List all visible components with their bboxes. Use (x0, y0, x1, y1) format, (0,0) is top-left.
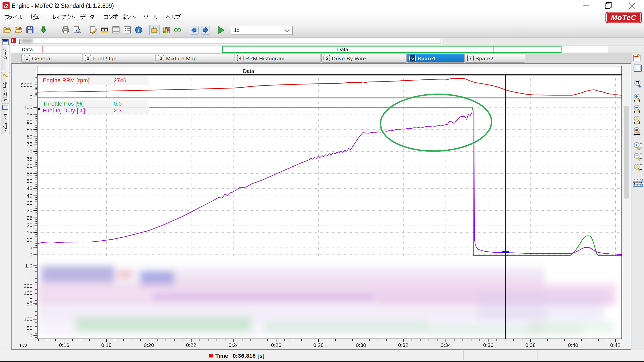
svg-text:90: 90 (27, 119, 32, 125)
svg-text:General: General (32, 56, 52, 61)
svg-text:Engine - MoTeC i2 Standard (1.: Engine - MoTeC i2 Standard (1.1.2.809) (12, 3, 114, 9)
svg-text:MoTeC: MoTeC (611, 13, 636, 22)
svg-text:Throttle Pos [%]: Throttle Pos [%] (43, 101, 84, 107)
svg-text:3: 3 (160, 56, 162, 61)
svg-text:50: 50 (27, 301, 32, 306)
svg-text:15: 15 (27, 230, 32, 235)
svg-text:100: 100 (24, 104, 32, 110)
svg-text:2: 2 (87, 56, 89, 61)
svg-text:100: 100 (24, 290, 32, 296)
svg-text:100: 100 (24, 316, 32, 322)
svg-text:0:30: 0:30 (356, 342, 366, 348)
svg-text:i: i (138, 27, 139, 33)
svg-text:80: 80 (27, 134, 32, 140)
svg-text:40: 40 (27, 193, 32, 199)
svg-text:55: 55 (27, 171, 32, 176)
svg-text:0: 0 (29, 252, 32, 257)
svg-text:Fuel / Ign: Fuel / Ign (93, 56, 117, 61)
svg-text:4: 4 (239, 56, 242, 61)
svg-text:0:36: 0:36 (483, 342, 494, 348)
svg-text:1: 1 (26, 56, 28, 61)
svg-text:30: 30 (27, 207, 32, 213)
svg-text:0:18: 0:18 (101, 342, 112, 348)
svg-text:[: [ (19, 38, 21, 44)
svg-text:Fuel Inj Duty [%]: Fuel Inj Duty [%] (43, 107, 85, 114)
svg-text:1x: 1x (234, 27, 239, 33)
svg-text:i2: i2 (4, 3, 8, 9)
svg-text:50: 50 (27, 178, 32, 184)
svg-text:2746: 2746 (114, 77, 127, 83)
svg-text:1.0: 1.0 (25, 263, 32, 268)
svg-text:200: 200 (24, 283, 32, 289)
svg-text:0:28: 0:28 (313, 342, 324, 348)
svg-text:Data: Data (22, 47, 33, 52)
svg-text:0:26: 0:26 (271, 342, 281, 348)
svg-text:0:36.818 [s]: 0:36.818 [s] (233, 353, 265, 359)
svg-text:0:32: 0:32 (398, 342, 409, 348)
svg-text:85: 85 (27, 126, 32, 132)
svg-text:45: 45 (27, 185, 32, 191)
svg-text:0:40: 0:40 (568, 342, 578, 348)
svg-text:25: 25 (27, 215, 32, 221)
svg-text:35: 35 (27, 200, 32, 206)
svg-text:Spare1: Spare1 (418, 56, 436, 61)
svg-text:Time: Time (215, 353, 228, 359)
svg-text:-0: -0 (28, 94, 32, 100)
svg-text:50: 50 (27, 325, 32, 331)
svg-text:20: 20 (27, 222, 32, 228)
svg-text:m:s: m:s (18, 342, 27, 348)
svg-text:95: 95 (27, 112, 32, 117)
svg-text:70: 70 (27, 149, 32, 154)
svg-text:7: 7 (469, 56, 472, 61)
svg-text:0:24: 0:24 (229, 342, 239, 348)
svg-text:5: 5 (326, 56, 328, 61)
svg-text:6: 6 (411, 56, 414, 61)
svg-text:65: 65 (27, 156, 32, 162)
svg-text:5: 5 (29, 244, 32, 250)
svg-text:Mixture Map: Mixture Map (166, 56, 197, 61)
svg-text:60: 60 (27, 163, 32, 169)
svg-text:-0: -0 (28, 333, 32, 338)
svg-text:2.3: 2.3 (114, 107, 122, 114)
svg-text:Data: Data (243, 68, 254, 74)
svg-text:Drive By Wire: Drive By Wire (332, 56, 366, 61)
svg-text:75: 75 (27, 141, 32, 147)
svg-text:Engine RPM [rpm]: Engine RPM [rpm] (43, 77, 90, 83)
svg-text:0:22: 0:22 (186, 342, 196, 348)
svg-text:0:20: 0:20 (144, 342, 154, 348)
svg-text:0.0: 0.0 (114, 101, 122, 107)
svg-text:0:16: 0:16 (59, 342, 69, 348)
svg-text:5000: 5000 (21, 82, 32, 88)
svg-text:Spare2: Spare2 (475, 56, 493, 61)
svg-text:0:42: 0:42 (610, 342, 621, 348)
svg-text:0:34: 0:34 (441, 342, 451, 348)
svg-text:0:38: 0:38 (526, 342, 536, 348)
svg-text:Data: Data (337, 47, 348, 52)
svg-text:10: 10 (27, 237, 32, 243)
svg-text:RPM Histogram: RPM Histogram (245, 56, 285, 61)
